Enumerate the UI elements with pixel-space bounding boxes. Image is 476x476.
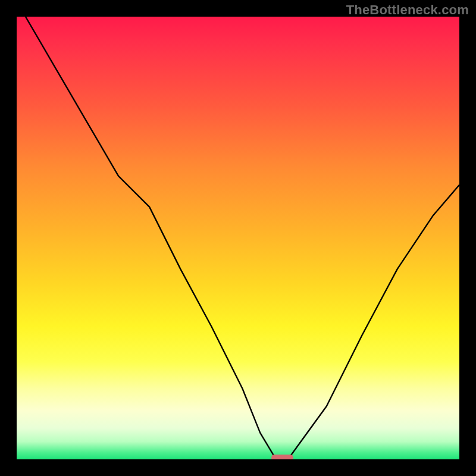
curve-path <box>26 17 459 459</box>
plot-area <box>17 17 459 459</box>
watermark-text: TheBottleneck.com <box>346 2 469 18</box>
chart-frame: TheBottleneck.com <box>0 0 476 476</box>
optimal-marker <box>271 455 293 459</box>
bottleneck-curve <box>17 17 459 459</box>
